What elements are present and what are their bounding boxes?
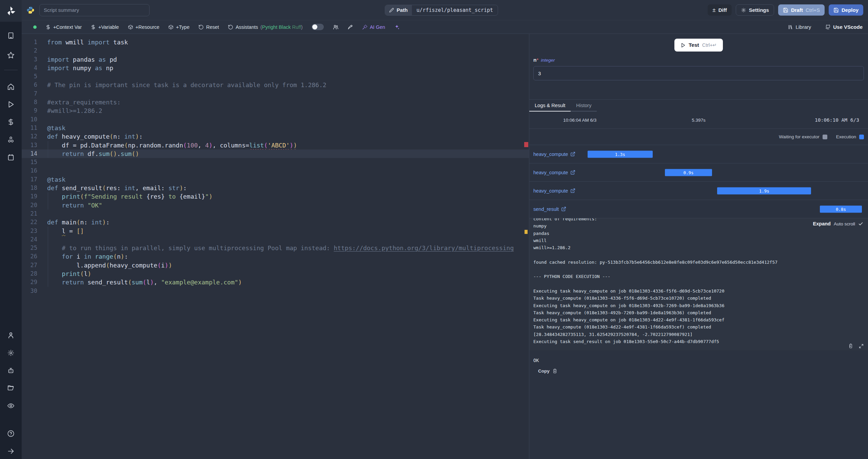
autoscroll-label[interactable]: Auto scroll xyxy=(834,221,855,226)
tab-logs-result[interactable]: Logs & Result xyxy=(529,100,571,112)
rotate-icon xyxy=(228,24,233,30)
code-line[interactable]: 13 df = pd.DataFrame(np.random.randn(100… xyxy=(22,141,529,149)
timeline-task-link[interactable]: heavy_compute xyxy=(533,188,575,194)
tab-history[interactable]: History xyxy=(571,100,597,112)
assistants-button[interactable]: Assistants (Pyright Black Ruff) xyxy=(228,24,303,30)
home-icon[interactable] xyxy=(7,83,15,91)
draft-button[interactable]: Draft Ctrl+S xyxy=(778,4,825,16)
workspace-icon[interactable] xyxy=(7,32,15,39)
code-line[interactable]: 10 xyxy=(22,115,529,124)
path-chip[interactable]: Path u/rfiszel/pleasant_script xyxy=(385,5,498,16)
code-line[interactable]: 22def main(n: int): xyxy=(22,218,529,226)
line-number: 24 xyxy=(22,235,37,244)
timeline-task-link[interactable]: send_result xyxy=(533,206,566,212)
python-language-icon xyxy=(26,6,35,14)
warning-marker[interactable] xyxy=(525,230,528,234)
line-number: 23 xyxy=(22,227,37,235)
settings-button[interactable]: Settings xyxy=(736,4,774,16)
fullscreen-icon[interactable] xyxy=(859,343,864,349)
test-button[interactable]: Test Ctrl+↵ xyxy=(674,39,723,52)
line-number: 20 xyxy=(22,201,37,209)
code-line[interactable]: 16 xyxy=(22,166,529,175)
code-line[interactable]: 4import numpy as np xyxy=(22,64,529,72)
execution-bar[interactable]: 1.3s xyxy=(588,151,653,158)
copy-result-button[interactable]: Copy xyxy=(538,368,864,374)
copy-logs-icon[interactable] xyxy=(848,343,853,349)
code-line[interactable]: 18def send_result(res: int, email: str): xyxy=(22,184,529,192)
use-vscode-button[interactable]: Use VScode xyxy=(825,24,863,30)
assistants-badges: (Pyright Black Ruff) xyxy=(260,24,303,30)
check-icon[interactable] xyxy=(858,221,863,226)
code-line[interactable]: 11@task xyxy=(22,124,529,132)
code-line[interactable]: 24 xyxy=(22,235,529,244)
code-line[interactable]: 27 l.append(heavy_compute(i)) xyxy=(22,261,529,270)
windmill-logo[interactable] xyxy=(0,0,22,22)
user-icon[interactable] xyxy=(7,332,15,339)
execution-bar[interactable]: 0.9s xyxy=(665,169,712,176)
library-icon xyxy=(788,24,793,30)
variables-icon[interactable] xyxy=(7,118,15,126)
ai-gen-button[interactable]: AI Gen xyxy=(362,24,385,30)
code-line[interactable]: 30 xyxy=(22,287,529,295)
add-type-button[interactable]: +Type xyxy=(168,24,190,30)
code-line[interactable]: 7 xyxy=(22,89,529,98)
folders-icon[interactable] xyxy=(7,384,15,392)
sidebar-divider xyxy=(4,70,18,70)
code-line[interactable]: 3import pandas as pd xyxy=(22,55,529,64)
external-link-icon xyxy=(570,152,575,157)
add-variable-button[interactable]: +Variable xyxy=(91,24,119,30)
help-icon[interactable] xyxy=(7,430,15,437)
code-line[interactable]: 17@task xyxy=(22,175,529,184)
assistant-toggle[interactable] xyxy=(312,24,324,30)
n-value-input[interactable] xyxy=(533,66,864,80)
execution-bar[interactable]: 1.9s xyxy=(717,187,811,194)
error-marker[interactable] xyxy=(524,142,528,147)
timeline-task-link[interactable]: heavy_compute xyxy=(533,170,575,175)
format-brush-icon[interactable] xyxy=(348,24,353,30)
favorites-icon[interactable] xyxy=(7,52,15,59)
line-number: 27 xyxy=(22,261,37,270)
schedules-icon[interactable] xyxy=(7,154,15,161)
line-number: 10 xyxy=(22,115,37,124)
multiplayer-icon[interactable] xyxy=(333,24,339,30)
deploy-button[interactable]: Deploy xyxy=(829,4,863,16)
code-line[interactable]: 2 xyxy=(22,46,529,55)
code-editor[interactable]: 1from wmill import task23import pandas a… xyxy=(22,34,529,459)
code-line[interactable]: 21 xyxy=(22,209,529,218)
code-line[interactable]: 28 print(l) xyxy=(22,270,529,278)
library-button[interactable]: Library xyxy=(788,24,811,30)
runs-icon[interactable] xyxy=(7,101,15,108)
code-line[interactable]: 14 return df.sum().sum() xyxy=(22,149,529,158)
audit-eye-icon[interactable] xyxy=(7,402,15,410)
code-line[interactable]: 6# The pin is important since task is a … xyxy=(22,81,529,89)
script-summary-input[interactable] xyxy=(39,4,150,16)
code-line[interactable]: 29 return send_result(sum(l), "example@e… xyxy=(22,278,529,286)
code-line[interactable]: 23 l = [] xyxy=(22,227,529,235)
code-line[interactable]: 26 for i in range(n): xyxy=(22,252,529,261)
code-line[interactable]: 19 print(f"Sending result {res} to {emai… xyxy=(22,192,529,201)
sparkles-icon[interactable] xyxy=(394,24,400,30)
add-context-var-button[interactable]: +Context Var xyxy=(45,24,82,30)
settings-gear-icon[interactable] xyxy=(7,349,15,357)
add-resource-button[interactable]: +Resource xyxy=(128,24,160,30)
resources-icon[interactable] xyxy=(7,136,15,143)
code-line[interactable]: 9#wmill>=1.286.2 xyxy=(22,106,529,115)
code-line[interactable]: 8#extra_requirements: xyxy=(22,98,529,106)
bot-icon[interactable] xyxy=(7,367,15,374)
logs-section[interactable]: content of requirements: numpy pandas wm… xyxy=(529,218,868,350)
code-line[interactable]: 5 xyxy=(22,72,529,81)
diff-button[interactable]: ±Diff xyxy=(708,4,731,16)
expand-button[interactable]: Expand xyxy=(813,221,831,226)
code-line[interactable]: 1from wmill import task xyxy=(22,38,529,46)
content-area: 1from wmill import task23import pandas a… xyxy=(22,34,868,459)
execution-bar[interactable]: 0.8s xyxy=(820,205,862,213)
reset-button[interactable]: Reset xyxy=(198,24,219,30)
code-line[interactable]: 12def heavy_compute(n: int): xyxy=(22,132,529,141)
code-line[interactable]: 15 xyxy=(22,158,529,166)
code-line[interactable]: 20 return "OK" xyxy=(22,201,529,209)
collapse-arrow-icon[interactable] xyxy=(7,447,15,455)
timeline-task-link[interactable]: heavy_compute xyxy=(533,152,575,157)
line-number: 29 xyxy=(22,278,37,286)
code-line[interactable]: 25 # to run things in parallel, simply u… xyxy=(22,244,529,252)
line-number: 18 xyxy=(22,184,37,192)
